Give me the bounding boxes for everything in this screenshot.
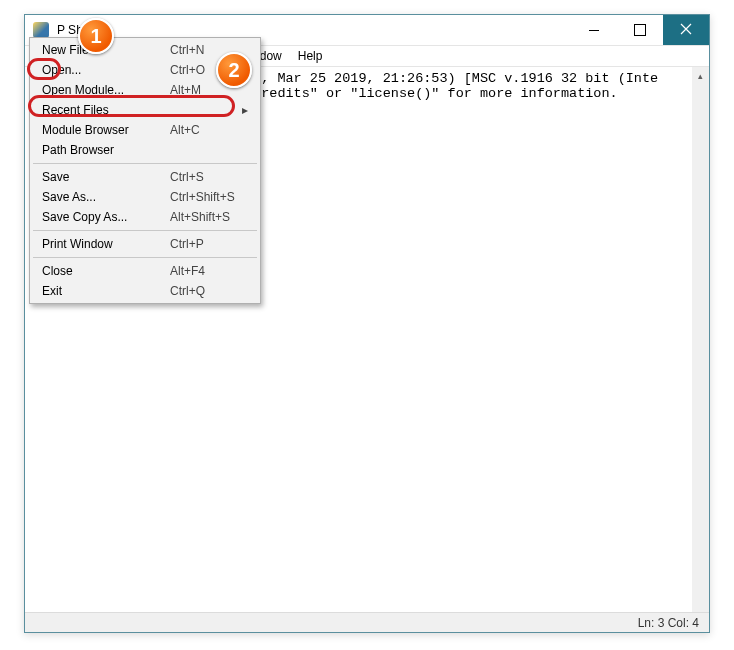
maximize-button[interactable] <box>617 15 663 45</box>
menu-item-save[interactable]: SaveCtrl+S <box>32 167 258 187</box>
status-bar: Ln: 3 Col: 4 <box>25 612 709 632</box>
menu-item-exit[interactable]: ExitCtrl+Q <box>32 281 258 301</box>
menu-item-recent-files[interactable]: Recent Files▸ <box>32 100 258 120</box>
app-window: P Shell File ell Debug Opti dow Help New… <box>24 14 710 633</box>
vertical-scrollbar[interactable]: ▴ <box>692 67 709 612</box>
menu-item-path-browser[interactable]: Path Browser <box>32 140 258 160</box>
menu-item-close[interactable]: CloseAlt+F4 <box>32 261 258 281</box>
menu-item-print-window[interactable]: Print WindowCtrl+P <box>32 234 258 254</box>
menu-separator <box>33 163 257 164</box>
submenu-arrow-icon: ▸ <box>242 103 248 117</box>
menu-help[interactable]: Help <box>290 47 331 65</box>
menu-item-save-copy-as[interactable]: Save Copy As...Alt+Shift+S <box>32 207 258 227</box>
annotation-callout-2: 2 <box>216 52 252 88</box>
close-button[interactable] <box>663 15 709 45</box>
scroll-up-icon[interactable]: ▴ <box>692 67 709 84</box>
menu-item-save-as[interactable]: Save As...Ctrl+Shift+S <box>32 187 258 207</box>
cursor-position: Ln: 3 Col: 4 <box>638 616 699 630</box>
python-icon <box>33 22 49 38</box>
menu-item-module-browser[interactable]: Module BrowserAlt+C <box>32 120 258 140</box>
window-controls <box>571 15 709 45</box>
menubar: File ell Debug Opti dow Help New FileCtr… <box>25 45 709 67</box>
menu-separator <box>33 257 257 258</box>
window-title: P Shell <box>57 23 571 37</box>
minimize-button[interactable] <box>571 15 617 45</box>
annotation-callout-1: 1 <box>78 18 114 54</box>
menu-separator <box>33 230 257 231</box>
